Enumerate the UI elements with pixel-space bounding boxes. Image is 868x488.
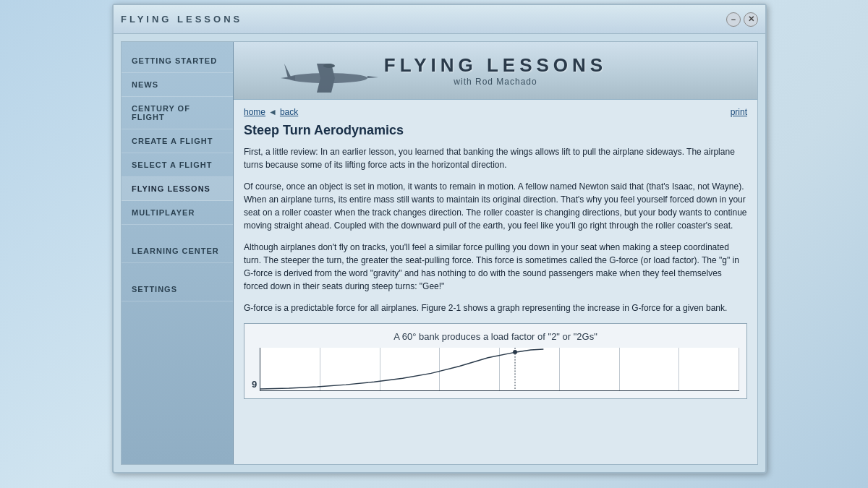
header-text-block: FLYING LESSONS with Rod Machado [384, 54, 607, 87]
print-link[interactable]: print [731, 107, 747, 117]
main-content: FLYING LESSONS with Rod Machado home ◄ b… [234, 42, 757, 464]
g-force-graph: A 60° bank produces a load factor of "2"… [244, 323, 747, 399]
sidebar-item-create-a-flight[interactable]: CREATE A FLIGHT [122, 129, 233, 153]
header-subtitle: with Rod Machado [384, 77, 607, 87]
sidebar-item-select-a-flight[interactable]: SELECT A FLIGHT [122, 153, 233, 177]
home-link[interactable]: home [244, 107, 265, 117]
svg-marker-2 [284, 64, 292, 78]
graph-y-label: 9 [252, 379, 257, 391]
nav-links: home ◄ back print [244, 107, 747, 117]
airplane-image [270, 53, 386, 99]
close-button[interactable]: ✕ [744, 12, 758, 27]
sidebar-item-news[interactable]: NEWS [122, 73, 233, 97]
graph-area: 9 [252, 348, 739, 391]
grid-col-6 [560, 348, 620, 390]
svg-point-6 [323, 64, 335, 68]
graph-curve-svg [260, 348, 545, 390]
sidebar-item-multiplayer[interactable]: MULTIPLAYER [122, 201, 233, 225]
sidebar-item-getting-started[interactable]: GETTING STARTED [122, 49, 233, 73]
grid-col-7 [620, 348, 680, 390]
sidebar-item-learning-center[interactable]: LEARNING CENTER [122, 239, 233, 263]
outer-window: FLYING LESSONS − ✕ GETTING STARTED NEWS … [112, 4, 767, 474]
article-paragraph-3: Although airplanes don't fly on tracks, … [244, 241, 747, 293]
sidebar-item-century-of-flight[interactable]: CENTURY OF FLIGHT [122, 97, 233, 129]
minimize-button[interactable]: − [726, 12, 741, 27]
sidebar: GETTING STARTED NEWS CENTURY OF FLIGHT C… [122, 42, 234, 464]
back-link[interactable]: back [280, 107, 298, 117]
article-title: Steep Turn Aerodynamics [244, 123, 747, 138]
grid-col-8 [679, 348, 739, 390]
svg-marker-1 [367, 76, 378, 78]
article-paragraph-1: First, a little review: In an earlier le… [244, 145, 747, 171]
sidebar-spacer-2 [122, 263, 233, 278]
article-paragraph-2: Of course, once an object is set in moti… [244, 180, 747, 232]
graph-title: A 60° bank produces a load factor of "2"… [252, 331, 739, 342]
content-body[interactable]: home ◄ back print Steep Turn Aerodynamic… [234, 100, 757, 464]
nav-separator: ◄ [268, 107, 277, 117]
header-title: FLYING LESSONS [384, 54, 607, 77]
inner-window: GETTING STARTED NEWS CENTURY OF FLIGHT C… [121, 41, 758, 465]
sidebar-item-flying-lessons[interactable]: FLYING LESSONS [122, 177, 233, 201]
outer-titlebar: FLYING LESSONS − ✕ [114, 5, 765, 34]
svg-point-8 [513, 350, 517, 354]
sidebar-item-settings[interactable]: SETTINGS [122, 278, 233, 301]
window-controls: − ✕ [726, 12, 758, 27]
graph-grid [260, 348, 739, 391]
article-paragraph-4: G-force is a predictable force for all a… [244, 301, 747, 314]
sidebar-spacer [122, 225, 233, 239]
outer-title: FLYING LESSONS [121, 14, 242, 25]
content-header: FLYING LESSONS with Rod Machado [234, 42, 757, 100]
